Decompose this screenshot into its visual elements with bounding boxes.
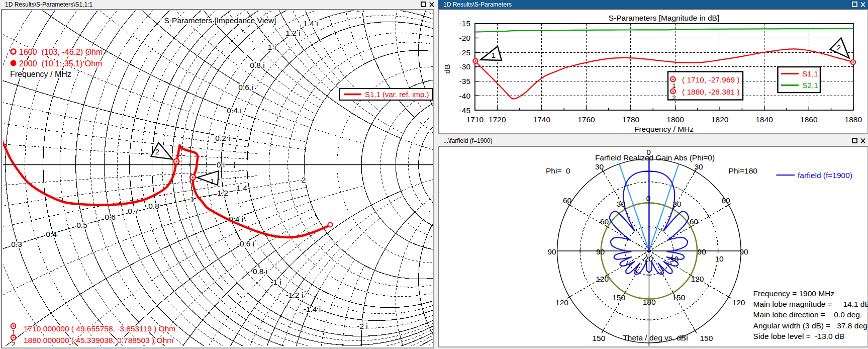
svg-text:150: 150 [612,293,625,302]
svg-text:0.5: 0.5 [76,221,87,229]
svg-text:-45: -45 [459,106,470,115]
svg-text:Farfield Realized Gain Abs (Ph: Farfield Realized Gain Abs (Phi=0) [595,153,715,162]
svg-text:-1.4 i: -1.4 i [304,305,321,313]
svg-text:60: 60 [721,196,730,205]
svg-text:farfield (f=1900): farfield (f=1900) [798,171,852,180]
svg-text:90: 90 [698,247,707,256]
svg-text:180: 180 [643,298,656,306]
svg-text:-40: -40 [459,92,471,100]
svg-text:150: 150 [700,334,713,342]
svg-text:0.6: 0.6 [105,213,116,221]
svg-text:1840: 1840 [755,115,773,124]
svg-text:0.4 i: 0.4 i [227,106,241,115]
svg-text:Frequency = 1900 MHz: Frequency = 1900 MHz [753,289,835,298]
svg-text:2: 2 [837,43,841,52]
svg-text:1: 1 [492,51,496,59]
svg-text:-2 i: -2 i [357,322,368,330]
svg-text:1780: 1780 [622,115,640,124]
svg-text:Angular width (3 dB) = 37.8: Angular width (3 dB) = 37.8 deg. [753,321,868,330]
svg-text:30: 30 [617,200,626,208]
svg-text:-0.8 i: -0.8 i [250,267,267,276]
svg-text:2: 2 [12,340,16,346]
svg-text:1: 1 [190,195,195,204]
svg-text:30: 30 [694,162,703,171]
svg-text:-1.2 i: -1.2 i [286,291,303,299]
svg-text:1600 (103, -46.2) Ohm: 1600 (103, -46.2) Ohm [19,48,103,56]
svg-text:1710.000000 ( 49.655758, -3.85: 1710.000000 ( 49.655758, -3.853119 ) Ohm [24,324,175,333]
svg-text:1860: 1860 [800,115,818,124]
svg-text:Frequency / MHz: Frequency / MHz [634,125,694,133]
svg-text:60: 60 [563,196,572,205]
svg-text:1 i: 1 i [268,43,276,51]
svg-text:0.8: 0.8 [148,202,159,210]
svg-text:Main lobe magnitude = 14.1: Main lobe magnitude = 14.1 dBi [753,300,868,308]
svg-text:2 i: 2 i [356,10,364,14]
svg-text:-15: -15 [459,19,470,28]
svg-text:0: 0 [646,194,651,203]
svg-text:0 i: 0 i [217,160,225,169]
svg-text:0.7: 0.7 [128,207,139,215]
svg-text:1.4 i: 1.4 i [303,19,318,28]
svg-text:1820: 1820 [711,115,729,124]
svg-text:dB: dB [443,64,451,74]
svg-text:120: 120 [555,298,568,307]
svg-text:1.2 i: 1.2 i [285,29,300,37]
svg-text:60: 60 [690,217,699,226]
svg-text:( 1710, -27.969 ): ( 1710, -27.969 ) [682,75,740,84]
svg-text:30: 30 [595,162,604,171]
svg-text:1.2: 1.2 [217,189,228,197]
svg-text:Theta / deg vs. dBi: Theta / deg vs. dBi [623,333,688,342]
svg-text:1760: 1760 [577,115,595,124]
svg-text:120: 120 [691,275,704,283]
svg-text:0.2 i: 0.2 i [215,134,230,142]
svg-text:2: 2 [155,147,159,156]
svg-text:-20: -20 [459,34,471,42]
svg-text:2: 2 [302,176,306,184]
svg-text:1710: 1710 [466,115,484,124]
svg-text:30: 30 [672,200,682,208]
svg-text:Phi= 0: Phi= 0 [546,166,570,175]
svg-text:60: 60 [600,217,609,226]
svg-text:1720: 1720 [489,115,506,124]
svg-text:-0.6 i: -0.6 i [237,239,254,248]
svg-text:Phi=180: Phi=180 [729,166,758,175]
svg-text:1.4: 1.4 [236,184,247,192]
svg-text:1: 1 [672,82,676,90]
svg-text:90: 90 [739,247,748,256]
svg-text:120: 120 [732,298,745,307]
svg-text:120: 120 [596,275,609,283]
svg-text:10: 10 [715,254,724,263]
svg-text:Side lobe level = -13.0 dB: Side lobe level = -13.0 dB [753,332,844,340]
svg-text:-20: -20 [642,254,653,263]
svg-text:1880.000000 ( 45.339038, 0.788: 1880.000000 ( 45.339038, 0.788503 ) Ohm [24,336,173,344]
svg-text:0.6 i: 0.6 i [238,83,253,92]
svg-text:0.3: 0.3 [11,240,22,248]
svg-text:1: 1 [210,177,214,186]
svg-text:-35: -35 [459,77,470,85]
svg-text:S1,1 (var. ref. imp.): S1,1 (var. ref. imp.) [365,90,429,99]
svg-text:1740: 1740 [533,115,551,124]
svg-text:0.8 i: 0.8 i [250,61,264,69]
svg-text:S1,1: S1,1 [802,69,818,78]
svg-text:1800: 1800 [666,115,684,124]
svg-text:90: 90 [547,247,556,256]
svg-text:-1 i: -1 i [270,278,281,286]
svg-text:S-Parameters [Magnitude in dB]: S-Parameters [Magnitude in dB] [609,14,720,22]
svg-text:-30: -30 [459,62,471,71]
svg-text:Frequency / MHz: Frequency / MHz [10,70,71,78]
svg-text:2000 (10.1, 35.1) Ohm: 2000 (10.1, 35.1) Ohm [19,59,102,68]
svg-text:90: 90 [596,247,605,256]
svg-text:2: 2 [672,94,676,102]
svg-text:S-Parameters [Impedance View]: S-Parameters [Impedance View] [164,16,276,25]
svg-text:( 1880, -28.381 ): ( 1880, -28.381 ) [682,88,740,96]
svg-text:-10: -10 [667,254,679,263]
svg-text:0.4: 0.4 [46,230,57,238]
svg-text:150: 150 [592,334,605,342]
svg-text:Main lobe direction = 0.0 d: Main lobe direction = 0.0 deg. [753,310,862,319]
svg-text:S2,1: S2,1 [802,81,818,90]
svg-text:1880: 1880 [845,115,862,124]
svg-text:-25: -25 [459,48,470,57]
svg-text:150: 150 [672,293,685,302]
